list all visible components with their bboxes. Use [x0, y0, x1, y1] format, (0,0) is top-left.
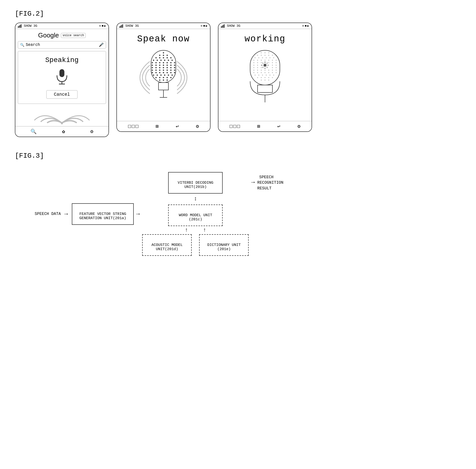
settings-icon2[interactable]: ⚙ [196, 123, 199, 129]
svg-point-156 [272, 77, 273, 78]
svg-point-98 [273, 57, 274, 58]
svg-point-95 [262, 57, 263, 58]
svg-point-153 [261, 77, 262, 78]
svg-point-16 [167, 55, 168, 56]
search-input[interactable]: Search [26, 43, 97, 47]
svg-point-70 [159, 77, 160, 78]
svg-point-56 [152, 72, 153, 73]
phones-container: SHOW 3G ⊙ ■ ▶ Google voice search 🔍 Sear… [15, 23, 461, 137]
cancel-button[interactable]: Cancel [46, 90, 78, 99]
phone1-status-left: SHOW 3G [18, 24, 37, 28]
svg-point-100 [257, 60, 258, 61]
phone2-signal-icon [119, 24, 124, 28]
svg-rect-8 [119, 26, 120, 28]
svg-point-113 [253, 65, 254, 66]
svg-point-54 [170, 70, 172, 71]
svg-point-110 [268, 62, 269, 63]
svg-point-139 [253, 72, 254, 73]
svg-point-86 [261, 52, 262, 53]
speech-result-label: SPEECH RECOGNITION RESULT [257, 175, 284, 191]
svg-point-33 [170, 62, 172, 63]
fig2-label: [FIG.2] [15, 10, 461, 18]
svg-point-32 [167, 62, 168, 63]
svg-point-29 [156, 62, 157, 63]
svg-point-30 [159, 62, 160, 63]
svg-point-69 [156, 77, 157, 78]
svg-rect-9 [120, 26, 121, 28]
svg-point-21 [170, 57, 172, 59]
svg-rect-11 [122, 24, 123, 28]
svg-point-51 [159, 70, 160, 71]
svg-point-37 [159, 65, 160, 66]
svg-line-123 [263, 63, 263, 63]
settings-icon3[interactable]: ⚙ [297, 123, 300, 129]
svg-point-118 [264, 64, 266, 67]
svg-point-72 [167, 77, 168, 78]
phone3-bottom-nav: ⊞ ↩ ⚙ [218, 121, 312, 131]
mic-grid-svg [147, 49, 180, 99]
svg-point-49 [152, 70, 153, 71]
fig3-label: [FIG.3] [15, 152, 461, 160]
back-icon[interactable]: ↩ [176, 123, 179, 129]
arrow-to-feature: → [64, 211, 68, 217]
svg-point-145 [276, 72, 277, 73]
settings-nav-icon[interactable]: ⚙ [90, 128, 93, 135]
search-nav-icon[interactable]: 🔍 [30, 128, 37, 135]
svg-point-90 [264, 55, 265, 56]
svg-point-14 [159, 55, 160, 56]
browser-icon3[interactable]: ⊞ [257, 123, 260, 129]
svg-point-41 [174, 65, 175, 66]
svg-rect-3 [21, 24, 22, 28]
svg-point-20 [167, 57, 168, 59]
phone2-status-left: SHOW 3G [119, 24, 139, 28]
svg-point-39 [167, 65, 168, 66]
svg-point-87 [268, 52, 269, 53]
svg-rect-82 [223, 25, 224, 28]
svg-point-65 [160, 75, 162, 76]
svg-line-125 [263, 67, 263, 68]
svg-point-129 [261, 67, 262, 68]
svg-point-26 [168, 60, 169, 61]
svg-point-135 [264, 70, 265, 71]
down-arrow-viterbi: ↕ [194, 194, 197, 205]
sound-waves [18, 106, 106, 124]
svg-point-73 [170, 77, 172, 78]
svg-point-50 [156, 70, 157, 71]
phone1: SHOW 3G ⊙ ■ ▶ Google voice search 🔍 Sear… [15, 23, 109, 137]
home-nav-icon[interactable]: ✿ [62, 128, 65, 135]
svg-point-18 [159, 57, 160, 59]
svg-point-107 [257, 62, 258, 63]
voice-search-badge: voice search [61, 33, 86, 38]
phone1-body: Google voice search 🔍 Search 🎤 Speaking [15, 29, 108, 126]
phone1-carrier: SHOW 3G [24, 24, 37, 28]
svg-point-102 [264, 60, 265, 61]
svg-point-128 [257, 67, 258, 68]
svg-point-134 [261, 70, 262, 71]
fig3-diagram: SPEECH DATA → FEATURE VECTOR STRING GENE… [15, 165, 461, 268]
svg-rect-2 [20, 25, 21, 28]
phone2-body: Speak now [117, 29, 210, 121]
svg-point-99 [253, 60, 254, 61]
back-icon3[interactable]: ↩ [277, 123, 280, 129]
google-text: Google [38, 31, 59, 39]
browser-icon[interactable]: ⊞ [156, 123, 159, 129]
speaking-text: Speaking [21, 56, 103, 64]
svg-point-108 [261, 62, 262, 63]
svg-point-142 [264, 72, 265, 73]
phone1-status-bar: SHOW 3G ⊙ ■ ▶ [15, 23, 108, 29]
svg-point-159 [268, 80, 269, 81]
phone3-status-left: SHOW 3G [221, 24, 240, 28]
svg-point-154 [264, 77, 265, 78]
svg-point-105 [276, 60, 277, 61]
svg-point-42 [152, 67, 153, 68]
svg-point-88 [257, 55, 258, 56]
svg-rect-4 [59, 69, 64, 77]
svg-point-158 [264, 80, 265, 81]
svg-point-61 [170, 72, 172, 73]
svg-point-132 [253, 70, 254, 71]
search-bar[interactable]: 🔍 Search 🎤 [18, 41, 106, 49]
phone2-status-right: ⊙ ■ ▶ [201, 24, 208, 28]
svg-point-75 [163, 80, 164, 81]
svg-point-152 [257, 77, 258, 78]
svg-rect-77 [159, 83, 168, 90]
